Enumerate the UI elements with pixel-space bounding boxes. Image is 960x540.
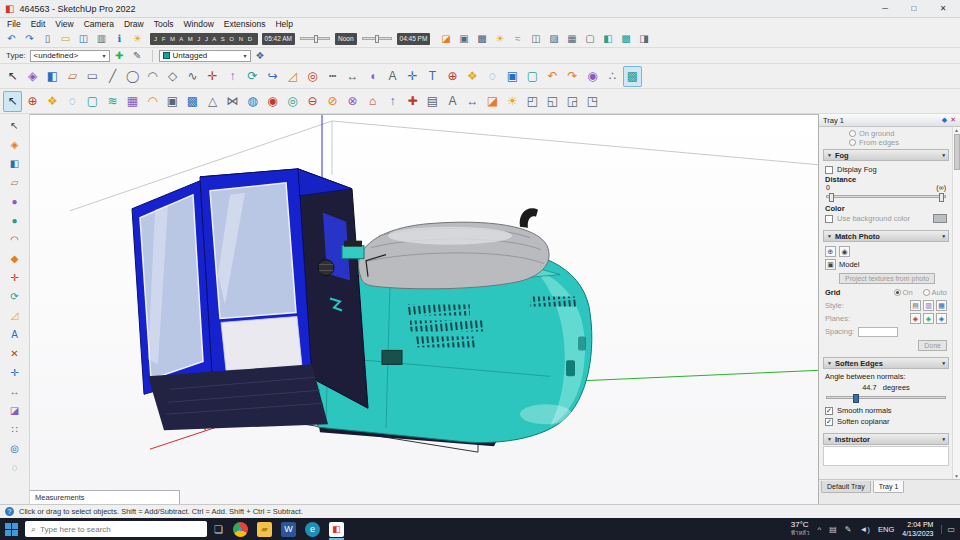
dimension-icon[interactable]: ↔ (463, 91, 482, 112)
select-icon[interactable]: ↖ (3, 91, 22, 112)
menu-help[interactable]: Help (275, 19, 292, 29)
shadow-date-slider[interactable] (300, 37, 330, 40)
select-icon[interactable]: ↖ (3, 66, 22, 87)
action-center-icon[interactable]: ▭ (941, 525, 955, 534)
look-around-icon[interactable]: ◎ (6, 441, 24, 456)
drape-icon[interactable]: ▩ (183, 91, 202, 112)
print-icon[interactable]: ▥ (93, 31, 110, 46)
use-background-checkbox[interactable] (825, 215, 833, 223)
plane-green-icon[interactable]: ◈ (923, 313, 934, 324)
model-info-icon[interactable]: ℹ (111, 31, 128, 46)
styles-icon[interactable]: ● (6, 194, 24, 209)
orbit-icon[interactable]: ⊕ (443, 66, 462, 87)
plane-red-icon[interactable]: ◈ (910, 313, 921, 324)
move-tool-icon[interactable]: ✛ (6, 270, 24, 285)
tab-default-tray[interactable]: Default Tray (821, 481, 871, 493)
add-detail-icon[interactable]: △ (203, 91, 222, 112)
zoom-tool-icon[interactable]: ◌ (6, 460, 24, 475)
add-photo-icon[interactable]: ⊕ (825, 246, 836, 257)
style-handheld-icon[interactable]: ▦ (936, 300, 947, 311)
scroll-down-icon[interactable]: ▼ (954, 473, 959, 479)
3d-warehouse-icon[interactable]: ⌂ (363, 91, 382, 112)
edit-type-icon[interactable]: ✎ (129, 48, 146, 63)
3d-viewport[interactable]: Measurements (30, 114, 818, 504)
fog-distance-slider[interactable] (826, 195, 946, 198)
volume-icon[interactable]: ◄) (859, 525, 870, 534)
hidden-line-icon[interactable]: ▢ (581, 31, 598, 46)
project-textures-button[interactable]: Project textures from photo (839, 273, 935, 284)
follow-me-icon[interactable]: ↪ (263, 66, 282, 87)
type-dropdown[interactable]: <undefined>▾ (30, 50, 110, 62)
union-icon[interactable]: ◎ (283, 91, 302, 112)
position-camera-icon[interactable]: ◉ (583, 66, 602, 87)
search-input[interactable]: ⌕ Type here to search (25, 521, 207, 537)
axes-tool-icon[interactable]: ✛ (6, 365, 24, 380)
protractor-icon[interactable]: ◖ (363, 66, 382, 87)
add-type-icon[interactable]: ✚ (111, 48, 128, 63)
menu-view[interactable]: View (55, 19, 73, 29)
stamp-icon[interactable]: ▣ (163, 91, 182, 112)
fog-color-swatch[interactable] (933, 214, 947, 223)
tray-scrollbar[interactable]: ▲ ▼ (952, 127, 960, 479)
back-edges-icon[interactable]: ▨ (545, 31, 562, 46)
new-file-icon[interactable]: ▯ (39, 31, 56, 46)
zoom-extents-icon[interactable]: ▢ (523, 66, 542, 87)
view-side-icon[interactable]: ◳ (583, 91, 602, 112)
fog-far-handle[interactable] (939, 193, 944, 202)
tape-measure-icon[interactable]: ┅ (323, 66, 342, 87)
angle-slider[interactable] (826, 396, 946, 399)
tab-tray-1[interactable]: Tray 1 (873, 481, 905, 493)
offset-icon[interactable]: ◎ (303, 66, 322, 87)
paint-bucket-icon[interactable]: ◧ (43, 66, 62, 87)
done-button[interactable]: Done (918, 340, 947, 351)
scroll-up-icon[interactable]: ▲ (954, 127, 959, 133)
maximize-button[interactable]: □ (902, 0, 926, 17)
pen-icon[interactable]: ✎ (845, 525, 852, 534)
zoom-icon[interactable]: ◌ (63, 91, 82, 112)
context-help-icon[interactable]: ? (5, 507, 14, 516)
style-above-icon[interactable]: ▥ (923, 300, 934, 311)
wireframe-icon[interactable]: ▦ (563, 31, 580, 46)
menu-window[interactable]: Window (184, 19, 214, 29)
view-front-icon[interactable]: ◲ (563, 91, 582, 112)
arc-tool-icon[interactable]: ◠ (6, 232, 24, 247)
scale-tool-icon[interactable]: ◿ (6, 308, 24, 323)
soften-edges-section-header[interactable]: ▼ Soften Edges ▾ (823, 357, 949, 369)
shadow-time-slider[interactable] (362, 37, 392, 40)
display-icon[interactable]: ▤ (829, 525, 837, 534)
smooth-normals-checkbox[interactable] (825, 407, 833, 415)
arc-icon[interactable]: ◠ (143, 66, 162, 87)
menu-draw[interactable]: Draw (124, 19, 144, 29)
menu-file[interactable]: File (7, 19, 21, 29)
make-component-icon[interactable]: ◈ (23, 66, 42, 87)
zoom-extents-icon[interactable]: ▢ (83, 91, 102, 112)
shaded-icon[interactable]: ◧ (599, 31, 616, 46)
outer-shell-icon[interactable]: ◍ (243, 91, 262, 112)
trim-icon[interactable]: ⊘ (323, 91, 342, 112)
share-model-icon[interactable]: ↑ (383, 91, 402, 112)
next-view-icon[interactable]: ↷ (563, 66, 582, 87)
pan-icon[interactable]: ❖ (463, 66, 482, 87)
measurements-box[interactable]: Measurements (30, 490, 180, 504)
zoom-icon[interactable]: ◌ (483, 66, 502, 87)
minimize-button[interactable]: ─ (873, 0, 897, 17)
chevron-up-icon[interactable]: ^ (817, 525, 821, 534)
grid-on-radio[interactable] (894, 289, 901, 296)
match-photo-icon[interactable]: ▤ (423, 91, 442, 112)
word-icon[interactable]: W (281, 522, 296, 537)
rotate-tool-icon[interactable]: ⟳ (6, 289, 24, 304)
axes-icon[interactable]: ✛ (403, 66, 422, 87)
pin-icon[interactable]: ◆ (942, 116, 947, 124)
spacing-input[interactable] (858, 327, 898, 337)
redo-icon[interactable]: ↷ (21, 31, 38, 46)
start-button[interactable] (5, 523, 18, 536)
clock[interactable]: 2:04 PM 4/13/2023 (902, 520, 933, 538)
text-tool-icon[interactable]: A (383, 66, 402, 87)
tag-dropdown[interactable]: Untagged ▾ (159, 50, 251, 62)
delete-guides-icon[interactable]: ✕ (6, 346, 24, 361)
walk-tool-icon[interactable]: ∷ (6, 422, 24, 437)
close-tray-icon[interactable]: ✕ (950, 116, 956, 124)
textured-icon[interactable]: ▩ (617, 31, 634, 46)
soften-coplanar-checkbox[interactable] (825, 418, 833, 426)
fog-toggle-icon[interactable]: ≈ (509, 31, 526, 46)
